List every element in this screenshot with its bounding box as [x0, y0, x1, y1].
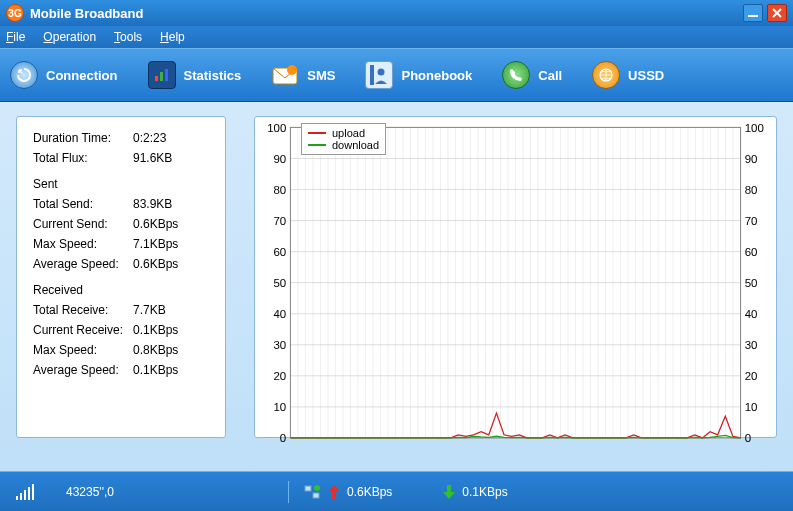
traffic-chart: 0010102020303040405050606070708080909010…	[254, 116, 777, 438]
menu-help[interactable]: Help	[160, 30, 185, 44]
svg-text:80: 80	[274, 184, 287, 196]
svg-text:100: 100	[267, 122, 286, 134]
titlebar: 3G Mobile Broadband	[0, 0, 793, 26]
menu-tools[interactable]: Tools	[114, 30, 142, 44]
svg-text:80: 80	[745, 184, 758, 196]
avg-speed-up-label: Average Speed:	[33, 257, 133, 271]
avg-speed-up-value: 0.6KBps	[133, 257, 178, 271]
svg-text:90: 90	[745, 153, 758, 165]
close-icon	[771, 7, 783, 19]
toolbar-statistics-label: Statistics	[184, 68, 242, 83]
duration-value: 0:2:23	[133, 131, 166, 145]
svg-text:50: 50	[745, 277, 758, 289]
current-send-label: Current Send:	[33, 217, 133, 231]
svg-text:30: 30	[745, 339, 758, 351]
toolbar-sms-label: SMS	[307, 68, 335, 83]
call-icon	[502, 61, 530, 89]
svg-text:30: 30	[274, 339, 287, 351]
current-recv-label: Current Receive:	[33, 323, 133, 337]
svg-text:10: 10	[274, 401, 287, 413]
chart-wrapper: 0010102020303040405050606070708080909010…	[254, 116, 777, 461]
svg-rect-3	[155, 76, 158, 81]
legend-upload-label: upload	[332, 127, 365, 139]
toolbar-ussd-label: USSD	[628, 68, 664, 83]
signal-icon	[16, 484, 36, 500]
max-speed-dn-label: Max Speed:	[33, 343, 133, 357]
status-upload-rate: 0.6KBps	[347, 485, 392, 499]
max-speed-up-label: Max Speed:	[33, 237, 133, 251]
network-activity-icon	[303, 484, 321, 500]
svg-text:60: 60	[274, 246, 287, 258]
svg-text:10: 10	[745, 401, 758, 413]
svg-rect-108	[24, 490, 26, 500]
avg-speed-dn-value: 0.1KBps	[133, 363, 178, 377]
svg-rect-106	[16, 496, 18, 500]
received-header: Received	[33, 283, 209, 297]
totalflux-value: 91.6KB	[133, 151, 172, 165]
legend-download-label: download	[332, 139, 379, 151]
legend-download-swatch	[308, 144, 326, 146]
svg-text:0: 0	[280, 432, 286, 444]
minimize-icon	[747, 8, 759, 18]
total-send-value: 83.9KB	[133, 197, 172, 211]
toolbar-call[interactable]: Call	[502, 61, 562, 89]
svg-text:50: 50	[274, 277, 287, 289]
svg-rect-8	[370, 65, 374, 85]
toolbar-call-label: Call	[538, 68, 562, 83]
svg-text:90: 90	[274, 153, 287, 165]
current-recv-value: 0.1KBps	[133, 323, 178, 337]
svg-rect-109	[28, 487, 30, 500]
ussd-icon	[592, 61, 620, 89]
toolbar-sms[interactable]: SMS	[271, 61, 335, 89]
toolbar-phonebook-label: Phonebook	[401, 68, 472, 83]
toolbar: Connection Statistics SMS Phonebook Call…	[0, 48, 793, 102]
status-network: 43235'',0	[66, 485, 114, 499]
statistics-icon	[148, 61, 176, 89]
toolbar-statistics[interactable]: Statistics	[148, 61, 242, 89]
status-download-rate: 0.1KBps	[462, 485, 507, 499]
legend-upload-swatch	[308, 132, 326, 134]
close-button[interactable]	[767, 4, 787, 22]
sms-icon	[271, 61, 299, 89]
totalflux-label: Total Flux:	[33, 151, 133, 165]
svg-text:20: 20	[274, 370, 287, 382]
svg-rect-4	[160, 72, 163, 81]
svg-rect-0	[748, 15, 758, 17]
toolbar-phonebook[interactable]: Phonebook	[365, 61, 472, 89]
max-speed-up-value: 7.1KBps	[133, 237, 178, 251]
content-area: Duration Time:0:2:23 Total Flux:91.6KB S…	[0, 102, 793, 471]
minimize-button[interactable]	[743, 4, 763, 22]
separator	[288, 481, 289, 503]
svg-text:60: 60	[745, 246, 758, 258]
phonebook-icon	[365, 61, 393, 89]
upload-arrow-icon	[327, 484, 341, 500]
toolbar-connection[interactable]: Connection	[10, 61, 118, 89]
total-send-label: Total Send:	[33, 197, 133, 211]
chart-svg: 0010102020303040405050606070708080909010…	[255, 117, 776, 453]
max-speed-dn-value: 0.8KBps	[133, 343, 178, 357]
download-arrow-icon	[442, 484, 456, 500]
avg-speed-dn-label: Average Speed:	[33, 363, 133, 377]
current-send-value: 0.6KBps	[133, 217, 178, 231]
total-recv-value: 7.7KB	[133, 303, 166, 317]
menu-file[interactable]: File	[6, 30, 25, 44]
svg-text:40: 40	[745, 308, 758, 320]
connection-icon	[10, 61, 38, 89]
app-logo-icon: 3G	[6, 4, 24, 22]
sent-header: Sent	[33, 177, 209, 191]
menu-operation[interactable]: Operation	[43, 30, 96, 44]
toolbar-ussd[interactable]: USSD	[592, 61, 664, 89]
menubar: File Operation Tools Help	[0, 26, 793, 48]
svg-text:70: 70	[745, 215, 758, 227]
stats-panel: Duration Time:0:2:23 Total Flux:91.6KB S…	[16, 116, 226, 438]
svg-text:40: 40	[274, 308, 287, 320]
svg-point-9	[378, 69, 385, 76]
duration-label: Duration Time:	[33, 131, 133, 145]
svg-rect-110	[32, 484, 34, 500]
svg-text:20: 20	[745, 370, 758, 382]
svg-rect-5	[165, 69, 168, 81]
total-recv-label: Total Receive:	[33, 303, 133, 317]
chart-legend: upload download	[301, 123, 386, 155]
svg-text:100: 100	[745, 122, 764, 134]
svg-point-7	[287, 65, 297, 75]
